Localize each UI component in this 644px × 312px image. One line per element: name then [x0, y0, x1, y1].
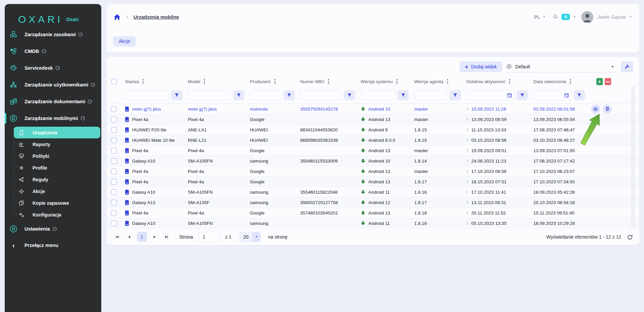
table-row[interactable]: Pixel 4a Pixel 4a Google Android 13 mast…: [107, 145, 639, 156]
sidebar-subitem-reguly[interactable]: Reguły: [14, 174, 100, 185]
user-name[interactable]: Jarek Gąsior: [597, 14, 626, 20]
sidebar-subitem-profile[interactable]: Profile: [14, 162, 100, 174]
device-name[interactable]: moto g(7) plus: [132, 107, 161, 112]
device-model[interactable]: Pixel 4a: [188, 169, 250, 174]
akcje-button[interactable]: Akcje: [113, 36, 136, 47]
filter-funnel-icon[interactable]: [344, 90, 355, 100]
delete-trash-icon[interactable]: [603, 105, 612, 114]
table-row[interactable]: Pixel 4a Pixel 4a Google Android 13 mast…: [107, 114, 639, 125]
home-icon[interactable]: [113, 14, 121, 20]
sidebar-subitem-urzadzenia[interactable]: Urządzenia: [14, 127, 100, 138]
row-checkbox[interactable]: [111, 179, 117, 185]
row-checkbox[interactable]: [111, 148, 117, 153]
calendar-icon[interactable]: [507, 92, 512, 98]
table-row[interactable]: Galaxy A13 SM-A135F samsung 356002720127…: [107, 197, 639, 208]
sidebar-item-zarzadzanie-mobilnymi[interactable]: Zarządzanie mobilnymi: [5, 110, 101, 127]
table-row[interactable]: HUAWEI P20 lite ANE-LX1 HUAWEI 863411044…: [107, 125, 639, 135]
table-row[interactable]: HUAWEI Mate 10 lite RNE-L21 HUAWEI 86859…: [107, 135, 639, 145]
filter-funnel-icon[interactable]: [233, 90, 245, 100]
table-row[interactable]: Galaxy A10 SM-A105FN samsung Android 11 …: [107, 218, 639, 229]
table-row[interactable]: Pixel 4a Pixel 4a Google Android 13 mast…: [107, 166, 639, 177]
table-row[interactable]: Galaxy A10 SM-A105FN samsung 35546011553…: [107, 156, 639, 166]
device-name[interactable]: Galaxy A10: [132, 190, 155, 195]
sidebar-item-zarzadzanie-uzytkownikami[interactable]: Zarządzanie użytkownikami: [5, 76, 101, 93]
device-model[interactable]: moto g(7) plus: [188, 107, 250, 112]
device-producer[interactable]: Google: [250, 148, 300, 153]
last-page-button[interactable]: [162, 233, 171, 241]
device-model[interactable]: SM-A105FN: [188, 159, 250, 164]
device-producer[interactable]: Google: [250, 169, 300, 174]
device-name[interactable]: Galaxy A10: [132, 159, 155, 164]
filter-input-wersja-agenta[interactable]: [414, 90, 447, 100]
device-producer[interactable]: Google: [250, 179, 300, 184]
column-header-model[interactable]: Model: [188, 78, 250, 84]
device-model[interactable]: SM-A105FN: [188, 190, 250, 195]
row-checkbox[interactable]: [111, 200, 117, 205]
device-producer[interactable]: HUAWEI: [250, 127, 300, 132]
chevron-down-icon[interactable]: ▼: [573, 15, 576, 18]
device-producer[interactable]: HUAWEI: [250, 138, 300, 143]
row-checkbox[interactable]: [111, 137, 117, 143]
row-checkbox[interactable]: [111, 169, 117, 174]
page-number-button[interactable]: 1: [137, 232, 147, 242]
table-row[interactable]: Pixel 4a Pixel 4a Google 357480103545201…: [107, 208, 639, 218]
sidebar-item-zarzadzanie-zasobami[interactable]: Zarządzanie zasobami: [5, 26, 101, 43]
device-name[interactable]: Pixel 4a: [132, 148, 148, 153]
filter-input-producent[interactable]: [250, 90, 281, 100]
kebab-menu-icon[interactable]: [396, 78, 398, 84]
device-name[interactable]: Pixel 4a: [132, 179, 148, 184]
column-header-data-utworzenia[interactable]: Data utworzenia: [533, 78, 590, 84]
kebab-menu-icon[interactable]: [142, 78, 144, 84]
excel-export-icon[interactable]: X: [596, 78, 603, 85]
kebab-menu-icon[interactable]: [508, 78, 511, 84]
filter-funnel-icon[interactable]: [574, 90, 585, 100]
device-name[interactable]: Galaxy A10: [132, 221, 155, 226]
table-settings-button[interactable]: [621, 61, 633, 72]
calendar-icon[interactable]: [564, 92, 569, 98]
page-number-input[interactable]: [199, 232, 220, 242]
next-page-button[interactable]: [150, 233, 159, 241]
row-checkbox[interactable]: [111, 210, 117, 216]
sidebar-subitem-kopie-zapasowe[interactable]: Kopie zapasowe: [14, 197, 100, 209]
device-producer[interactable]: samsung: [250, 159, 300, 164]
sidebar-subitem-konfiguracja[interactable]: Konfiguracja: [14, 209, 100, 221]
device-name[interactable]: Pixel 4a: [132, 117, 148, 122]
previous-page-button[interactable]: [125, 233, 133, 241]
device-model[interactable]: Pixel 4a: [188, 148, 250, 153]
kebab-menu-icon[interactable]: [327, 78, 330, 84]
device-model[interactable]: Pixel 4a: [188, 179, 250, 184]
breadcrumb-current[interactable]: Urządzenia mobilne: [133, 14, 179, 20]
sidebar-item-cmdb[interactable]: CMDB: [5, 43, 101, 60]
device-model[interactable]: ANE-LX1: [188, 127, 250, 132]
chevron-down-icon[interactable]: ▼: [543, 15, 545, 18]
device-model[interactable]: RNE-L21: [188, 138, 250, 143]
row-checkbox[interactable]: [111, 158, 117, 164]
column-header-ostatnia-aktywnosc[interactable]: Ostatnia aktywność: [466, 78, 533, 84]
row-checkbox[interactable]: [111, 221, 117, 226]
filter-funnel-icon[interactable]: [449, 90, 461, 100]
kebab-menu-icon[interactable]: [446, 78, 449, 84]
column-header-numer-imei[interactable]: Numer IMEI: [300, 78, 361, 84]
filter-funnel-icon[interactable]: [397, 90, 409, 100]
created-date[interactable]: 02.09.2022 08:01:58: [533, 107, 590, 112]
device-producer[interactable]: samsung: [250, 221, 300, 226]
select-all-checkbox[interactable]: [111, 79, 117, 84]
kebab-menu-icon[interactable]: [274, 78, 276, 84]
device-producer[interactable]: samsung: [250, 200, 300, 205]
sidebar-subitem-akcje[interactable]: Akcje: [14, 185, 100, 197]
device-model[interactable]: Pixel 4a: [188, 210, 250, 215]
sidebar-item-servicedesk[interactable]: Servicedesk: [5, 60, 101, 76]
filter-input-model[interactable]: [188, 90, 231, 100]
menu-toggle[interactable]: ‹ Przełącz menu: [9, 240, 58, 250]
device-producer[interactable]: Google: [250, 210, 300, 215]
device-imei[interactable]: 355575093145276: [300, 107, 361, 112]
logo[interactable]: OXARI Oxari: [5, 4, 101, 26]
device-producer[interactable]: samsung: [250, 190, 300, 195]
table-row[interactable]: moto g(7) plus moto g(7) plus motorola 3…: [107, 104, 639, 114]
device-name[interactable]: Galaxy A13: [132, 200, 155, 205]
row-checkbox[interactable]: [111, 189, 117, 195]
notifications-bell-icon[interactable]: [552, 13, 559, 20]
row-checkbox[interactable]: [111, 106, 117, 112]
filter-funnel-icon[interactable]: [517, 90, 528, 100]
device-producer[interactable]: motorola: [250, 107, 300, 112]
